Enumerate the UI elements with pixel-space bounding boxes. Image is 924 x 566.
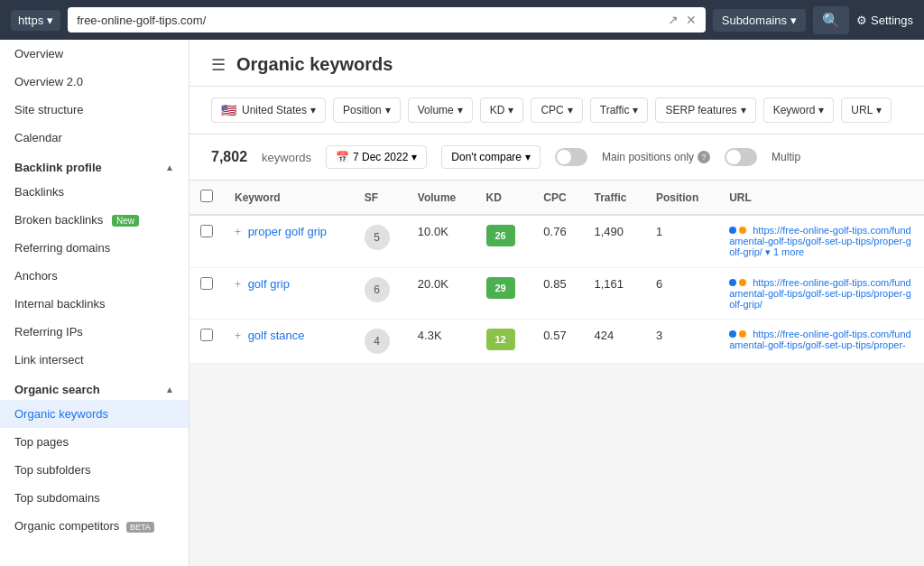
kd-filter[interactable]: KD ▾: [480, 97, 524, 123]
expand-button-1[interactable]: +: [235, 278, 241, 291]
kd-badge-2: 12: [486, 329, 515, 350]
dot-blue-icon: [729, 279, 736, 286]
sidebar-item-overview[interactable]: Overview: [0, 40, 189, 68]
backlink-section-header: Backlink profile ▲: [0, 152, 189, 178]
volume-cell: 20.0K: [407, 268, 476, 320]
external-link-icon[interactable]: ↗: [668, 13, 679, 27]
keyword-cell: + golf stance: [224, 320, 354, 364]
keyword-link-1[interactable]: golf grip: [248, 277, 290, 291]
url-link-0[interactable]: https://free-online-golf-tips.com/fundam…: [729, 225, 911, 257]
sidebar-item-top-pages[interactable]: Top pages: [0, 428, 189, 456]
protocol-arrow: ▾: [47, 14, 53, 27]
url-link-2[interactable]: https://free-online-golf-tips.com/fundam…: [729, 329, 911, 350]
search-button[interactable]: 🔍: [813, 6, 849, 34]
keyword-link-2[interactable]: golf stance: [248, 329, 305, 342]
sidebar-item-organic-competitors[interactable]: Organic competitors BETA: [0, 512, 189, 540]
row-checkbox-cell: [189, 215, 224, 268]
main-positions-toggle[interactable]: [555, 148, 587, 166]
date-button[interactable]: 📅 7 Dec 2022 ▾: [326, 145, 427, 169]
expand-button-2[interactable]: +: [235, 329, 241, 342]
sidebar-item-link-intersect[interactable]: Link intersect: [0, 346, 189, 374]
more-link-0[interactable]: ▾ 1 more: [765, 246, 804, 257]
row-checkbox-cell: [189, 320, 224, 364]
settings-label: Settings: [871, 14, 913, 27]
volume-cell: 4.3K: [407, 320, 476, 364]
page-title: Organic keywords: [236, 54, 393, 75]
content-area: ☰ Organic keywords 🇺🇸 United States ▾ Po…: [189, 40, 924, 566]
settings-button[interactable]: ⚙ Settings: [856, 14, 913, 27]
sidebar-item-top-subdomains[interactable]: Top subdomains: [0, 484, 189, 512]
keyword-filter[interactable]: Keyword ▾: [763, 97, 835, 123]
keyword-link-0[interactable]: proper golf grip: [248, 225, 327, 238]
sidebar-item-broken-backlinks[interactable]: Broken backlinks New: [0, 206, 189, 234]
sidebar-item-internal-backlinks[interactable]: Internal backlinks: [0, 290, 189, 318]
cpc-filter[interactable]: CPC ▾: [531, 97, 582, 123]
dot-orange-icon: [739, 330, 746, 338]
compare-button[interactable]: Don't compare ▾: [441, 145, 541, 169]
serp-filter[interactable]: SERP features ▾: [655, 97, 755, 123]
table-row: + golf stance 4 4.3K 12 0.57 424 3 https…: [189, 320, 924, 364]
col-volume: Volume: [407, 181, 476, 215]
keywords-table: Keyword SF Volume KD CPC Traffic Positio…: [189, 181, 924, 364]
country-label: United States: [242, 104, 307, 116]
top-bar: https ▾ free-online-golf-tips.com/ ↗ ✕ S…: [0, 0, 924, 40]
protocol-label: https: [18, 14, 43, 27]
keyword-label: keywords: [262, 151, 311, 164]
multi-toggle[interactable]: [725, 148, 757, 166]
volume-filter[interactable]: Volume ▾: [408, 97, 473, 123]
url-cell: https://free-online-golf-tips.com/fundam…: [718, 215, 924, 268]
kd-cell: 12: [476, 320, 533, 364]
col-cpc: CPC: [532, 181, 583, 215]
traffic-cell: 1,490: [584, 215, 645, 268]
us-flag-icon: 🇺🇸: [221, 103, 236, 117]
position-arrow-icon: ▾: [385, 104, 391, 116]
country-filter[interactable]: 🇺🇸 United States ▾: [211, 97, 326, 123]
url-link-1[interactable]: https://free-online-golf-tips.com/fundam…: [729, 277, 911, 310]
close-icon[interactable]: ✕: [686, 13, 697, 27]
sidebar-item-site-structure[interactable]: Site structure: [0, 96, 189, 124]
select-all-checkbox[interactable]: [200, 190, 213, 202]
serp-label: SERP features: [665, 104, 736, 116]
position-filter[interactable]: Position ▾: [333, 97, 401, 123]
traffic-cell: 424: [584, 320, 645, 364]
stats-row: 7,802 keywords 📅 7 Dec 2022 ▾ Don't comp…: [189, 135, 924, 181]
hamburger-icon[interactable]: ☰: [211, 55, 226, 75]
dot-orange-icon: [739, 227, 746, 234]
cpc-cell: 0.57: [532, 320, 583, 364]
sf-value-0: 5: [365, 225, 390, 250]
filters-row: 🇺🇸 United States ▾ Position ▾ Volume ▾ K…: [189, 87, 924, 135]
expand-button-0[interactable]: +: [235, 226, 241, 238]
dot-icons-1: [729, 279, 746, 286]
sidebar-item-overview2[interactable]: Overview 2.0: [0, 68, 189, 96]
sidebar-item-anchors[interactable]: Anchors: [0, 262, 189, 290]
sidebar-item-backlinks[interactable]: Backlinks: [0, 178, 189, 206]
sidebar-item-top-subfolders[interactable]: Top subfolders: [0, 456, 189, 484]
sf-value-1: 6: [365, 277, 390, 302]
country-arrow-icon: ▾: [310, 104, 316, 116]
main-layout: Overview Overview 2.0 Site structure Cal…: [0, 40, 924, 566]
url-filter[interactable]: URL ▾: [841, 97, 892, 123]
sidebar-item-referring-ips[interactable]: Referring IPs: [0, 318, 189, 346]
help-icon[interactable]: ?: [698, 151, 710, 163]
protocol-select[interactable]: https ▾: [11, 10, 60, 31]
row-checkbox-1[interactable]: [200, 277, 213, 290]
sidebar-item-calendar[interactable]: Calendar: [0, 124, 189, 152]
sidebar-item-referring-domains[interactable]: Referring domains: [0, 234, 189, 262]
row-checkbox-2[interactable]: [200, 329, 213, 341]
subdomains-button[interactable]: Subdomains ▾: [713, 9, 806, 32]
traffic-filter[interactable]: Traffic ▾: [590, 97, 649, 123]
subdomains-arrow: ▾: [790, 14, 797, 27]
url-arrow-icon: ▾: [876, 104, 882, 116]
sf-value-2: 4: [365, 329, 390, 354]
row-checkbox-0[interactable]: [200, 225, 213, 237]
sidebar-item-organic-keywords[interactable]: Organic keywords: [0, 400, 189, 428]
keyword-cell: + golf grip: [224, 268, 354, 320]
volume-cell: 10.0K: [407, 215, 476, 268]
broken-backlinks-label: Broken backlinks: [14, 213, 103, 227]
chevron-up-icon-2: ▲: [165, 385, 174, 394]
position-cell: 6: [645, 268, 718, 320]
cpc-label: CPC: [541, 104, 563, 116]
keyword-label: Keyword: [773, 104, 816, 116]
dot-blue-icon: [729, 227, 736, 234]
backlink-section-label: Backlink profile: [14, 161, 102, 174]
